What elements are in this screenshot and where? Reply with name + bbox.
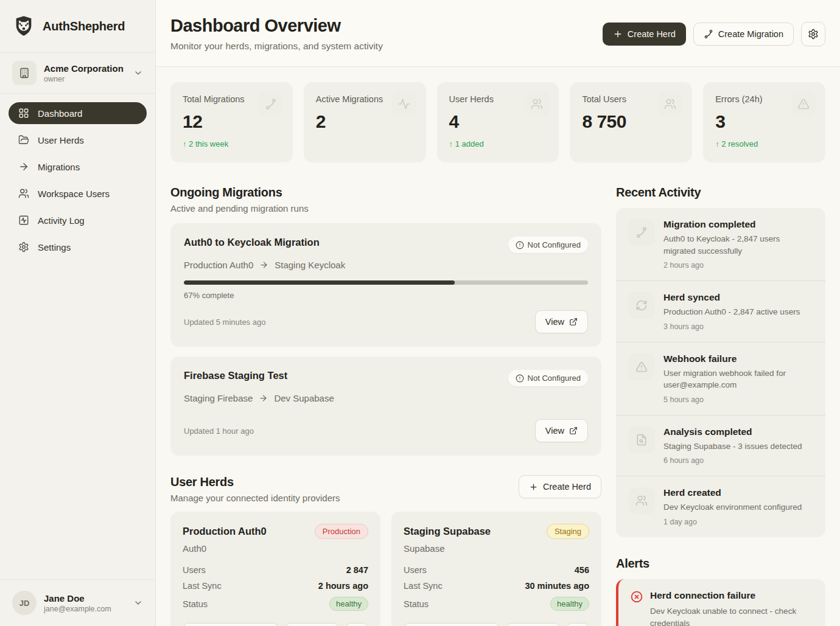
users-icon	[525, 92, 549, 116]
app-root: AuthShepherd Acme Corporation owner	[0, 0, 840, 626]
right-column: Recent Activity Migration completed Auth…	[616, 186, 825, 626]
sidebar-item-label: Activity Log	[38, 215, 85, 226]
activity-item: Herd created Dev Keycloak environment co…	[616, 476, 825, 537]
activity-time: 1 day ago	[663, 518, 802, 526]
user-menu[interactable]: JD Jane Doe jane@example.com	[0, 579, 155, 626]
arrow-right-icon	[259, 260, 268, 270]
migration-source: Staging Firebase	[184, 393, 253, 403]
refresh-icon	[628, 292, 655, 319]
external-link-icon	[569, 318, 578, 326]
sidebar-item-dashboard[interactable]: Dashboard	[9, 102, 147, 124]
stat-delta: ↑ 1 added	[449, 139, 547, 148]
activity-time: 6 hours ago	[663, 456, 802, 465]
page-title: Dashboard Overview	[170, 16, 383, 36]
search-herd-button[interactable]	[566, 623, 589, 626]
progress-bar-fill	[184, 280, 455, 285]
activity-item: Migration completed Auth0 to Keycloak - …	[616, 208, 825, 281]
user-email: jane@example.com	[44, 605, 111, 613]
route-icon	[259, 92, 283, 116]
migration-name: Firebase Staging Test	[184, 370, 287, 381]
view-migration-button[interactable]: View	[535, 419, 588, 442]
chevron-down-icon	[133, 598, 143, 608]
view-herd-button[interactable]: View	[183, 623, 279, 626]
last-sync-value: 2 hours ago	[318, 581, 368, 591]
arrow-right-icon	[259, 394, 268, 403]
herd-provider: Auth0	[183, 543, 368, 554]
sidebar-item-workspace-users[interactable]: Workspace Users	[9, 183, 147, 204]
grid-icon	[18, 108, 29, 119]
herd-card: Staging Supabase Staging Supabase Users …	[391, 512, 601, 626]
sidebar-item-migrations[interactable]: Migrations	[9, 156, 147, 178]
migration-name: Auth0 to Keycloak Migration	[184, 237, 320, 248]
workspace-role: owner	[44, 75, 124, 83]
activity-item: Herd synced Production Auth0 - 2,847 act…	[616, 281, 825, 343]
gear-icon	[18, 242, 29, 252]
view-herd-button[interactable]: View	[404, 623, 500, 626]
activity-title: Analysis completed	[663, 426, 802, 437]
page-subtitle: Monitor your herds, migrations, and syst…	[170, 41, 383, 52]
stat-delta: ↑ 2 resolved	[715, 139, 813, 148]
migration-source: Production Auth0	[184, 260, 253, 270]
workspace-switcher[interactable]: Acme Corporation owner	[0, 53, 155, 94]
create-herd-button[interactable]: Create Herd	[603, 23, 686, 46]
alert-circle-icon	[516, 374, 524, 383]
activity-title: Herd synced	[663, 292, 800, 303]
create-herd-secondary-button[interactable]: Create Herd	[519, 475, 601, 498]
sidebar-item-label: Migrations	[38, 162, 80, 172]
sidebar-item-label: User Herds	[38, 135, 84, 145]
settings-button[interactable]	[801, 22, 825, 46]
stat-card-total-migrations: Total Migrations 12 ↑ 2 this week	[170, 82, 293, 162]
herd-grid: Production Auth0 Production Auth0 Users …	[170, 512, 601, 626]
sidebar-item-settings[interactable]: Settings	[9, 236, 147, 258]
create-migration-button[interactable]: Create Migration	[693, 23, 794, 46]
alert-title: Herd connection failure	[650, 590, 813, 601]
sync-herd-button[interactable]: Sync	[285, 623, 339, 626]
activity-description: Auth0 to Keycloak - 2,847 users migrated…	[663, 233, 813, 257]
ongoing-migrations-title: Ongoing Migrations	[170, 186, 601, 200]
sidebar-item-user-herds[interactable]: User Herds	[9, 129, 147, 151]
x-circle-icon	[631, 591, 643, 603]
stat-card-user-herds: User Herds 4 ↑ 1 added	[437, 82, 559, 162]
last-sync-label: Last Sync	[404, 581, 443, 591]
view-label: View	[545, 317, 564, 327]
sidebar-item-activity-log[interactable]: Activity Log	[9, 209, 147, 231]
stat-card-errors: Errors (24h) 3 ↑ 2 resolved	[703, 82, 825, 162]
sidebar: AuthShepherd Acme Corporation owner	[0, 0, 156, 626]
activity-time: 3 hours ago	[663, 322, 800, 331]
last-sync-value: 30 minutes ago	[525, 581, 589, 591]
status-label: Status	[404, 599, 429, 609]
search-herd-button[interactable]	[345, 623, 368, 626]
sidebar-nav: Dashboard User Herds Migrations Workspac…	[0, 94, 155, 271]
not-configured-badge: Not Configured	[508, 370, 588, 386]
migration-card: Firebase Staging Test Not Configured Sta…	[170, 356, 601, 456]
building-icon	[12, 61, 37, 85]
users-icon	[628, 487, 655, 514]
gear-icon	[808, 29, 819, 40]
user-herds-title: User Herds	[170, 475, 340, 489]
user-herds-heading: User Herds Manage your connected identit…	[170, 475, 340, 503]
page-header-titles: Dashboard Overview Monitor your herds, m…	[170, 16, 383, 52]
folder-open-icon	[18, 134, 29, 145]
users-value: 456	[575, 565, 589, 575]
activity-square-icon	[18, 215, 29, 226]
workspace-name: Acme Corporation	[44, 63, 124, 74]
alerts-title: Alerts	[616, 557, 825, 571]
stats-row: Total Migrations 12 ↑ 2 this week Active…	[170, 82, 825, 162]
workspace-info: Acme Corporation owner	[44, 63, 124, 83]
herd-provider: Supabase	[404, 543, 589, 554]
view-migration-button[interactable]: View	[535, 310, 588, 333]
sync-herd-button[interactable]: Sync	[506, 623, 560, 626]
migration-route: Production Auth0 Staging Keycloak	[184, 260, 588, 270]
sidebar-item-label: Dashboard	[38, 108, 82, 119]
users-icon	[658, 92, 682, 116]
herd-name: Staging Supabase	[404, 526, 491, 537]
chevron-down-icon	[133, 68, 143, 78]
badge-label: Not Configured	[528, 374, 581, 383]
users-label: Users	[404, 565, 427, 575]
route-icon	[704, 29, 713, 39]
migration-card: Auth0 to Keycloak Migration Not Configur…	[170, 223, 601, 347]
status-label: Status	[183, 599, 208, 609]
app-title: AuthShepherd	[43, 19, 125, 33]
migration-target: Staging Keycloak	[275, 260, 345, 270]
activity-item: Analysis completed Staging Supabase - 3 …	[616, 416, 825, 477]
